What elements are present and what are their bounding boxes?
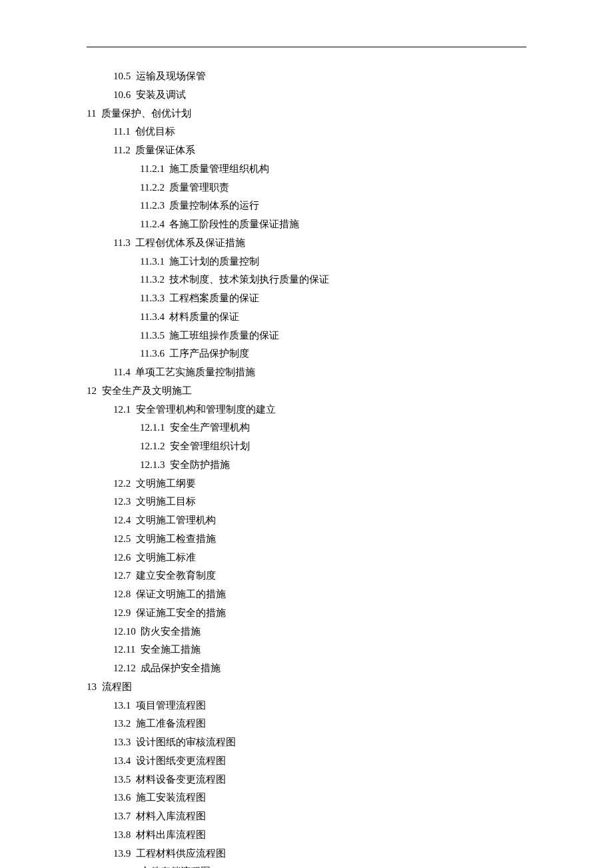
toc-entry-title: 技术制度、技术策划执行质量的保证 <box>169 274 329 285</box>
toc-entry: 13 流程图 <box>87 678 526 697</box>
toc-entry-number: 11.2.1 <box>140 163 165 174</box>
toc-entry-number: 11.2 <box>113 145 131 155</box>
toc-entry: 11.3.4 材料质量的保证 <box>87 308 526 327</box>
toc-entry-title: 安全管理机构和管理制度的建立 <box>136 404 276 415</box>
toc-entry-title: 质量管理职责 <box>169 182 229 193</box>
toc-entry-title: 材料设备变更流程图 <box>136 774 226 785</box>
toc-entry-number: 12.6 <box>113 552 131 563</box>
toc-entry-number: 13.9 <box>113 848 131 859</box>
toc-entry-title: 建立安全教育制度 <box>136 570 216 581</box>
toc-entry: 11.2.4 各施工阶段性的质量保证措施 <box>87 215 526 234</box>
toc-entry: 12 安全生产及文明施工 <box>87 382 526 401</box>
toc-entry-number: 10.5 <box>113 71 131 81</box>
toc-entry-number: 11.3.2 <box>140 274 165 285</box>
toc-entry-title: 文明施工检查措施 <box>136 533 216 544</box>
toc-entry-title: 材料出库流程图 <box>136 829 206 840</box>
toc-entry-title: 保证文明施工的措施 <box>136 589 226 599</box>
toc-entry-number: 12.3 <box>113 496 131 507</box>
toc-entry-title: 单项工艺实施质量控制措施 <box>135 367 255 377</box>
toc-entry-number: 12 <box>87 385 97 396</box>
toc-entry-title: 质量保护、创优计划 <box>101 108 191 119</box>
toc-entry-number: 12.10 <box>113 626 136 637</box>
toc-entry: 12.1 安全管理机构和管理制度的建立 <box>87 401 526 419</box>
toc-entry-number: 12.1.1 <box>140 422 165 433</box>
toc-entry-title: 施工准备流程图 <box>136 718 206 729</box>
toc-entry-title: 文明施工管理机构 <box>136 515 216 525</box>
toc-entry-number: 11.3.5 <box>140 330 165 341</box>
toc-entry-number: 13.8 <box>113 829 131 840</box>
toc-entry: 11.1 创优目标 <box>87 123 526 141</box>
toc-entry-title: 施工计划的质量控制 <box>169 256 259 267</box>
toc-entry: 12.1.1 安全生产管理机构 <box>87 419 526 437</box>
toc-entry: 13.1 项目管理流程图 <box>87 697 526 715</box>
toc-entry: 11.2 质量保证体系 <box>87 141 526 160</box>
toc-entry-number: 11.3 <box>113 237 131 248</box>
toc-entry-number: 13.4 <box>113 755 131 766</box>
toc-entry-title: 保证施工安全的措施 <box>136 607 226 618</box>
toc-entry: 11.2.3 质量控制体系的运行 <box>87 197 526 215</box>
toc-entry-number: 11.2.2 <box>140 182 165 193</box>
toc-entry-title: 项目管理流程图 <box>136 700 206 711</box>
toc-entry: 12.7 建立安全教育制度 <box>87 567 526 585</box>
toc-entry-title: 施工质量管理组织机构 <box>169 163 269 174</box>
toc-entry: 12.11 安全施工措施 <box>87 641 526 659</box>
toc-entry-title: 安全生产管理机构 <box>170 422 250 433</box>
toc-entry: 10.5 运输及现场保管 <box>87 67 526 86</box>
toc-entry: 12.9 保证施工安全的措施 <box>87 604 526 623</box>
toc-entry-number: 11.4 <box>113 367 131 377</box>
toc-entry-number: 13.2 <box>113 718 131 729</box>
toc-entry: 11.3.5 施工班组操作质量的保证 <box>87 327 526 345</box>
toc-entry: 13.3 设计图纸的审核流程图 <box>87 733 526 752</box>
toc-entry-number: 10.6 <box>113 89 131 100</box>
toc-entry: 12.1.3 安全防护措施 <box>87 456 526 475</box>
toc-entry-title: 创优目标 <box>135 126 175 137</box>
toc-entry: 13.2 施工准备流程图 <box>87 715 526 733</box>
toc-entry-number: 13.6 <box>113 792 131 803</box>
toc-entry-title: 安装及调试 <box>136 89 186 100</box>
toc-entry: 12.5 文明施工检查措施 <box>87 530 526 549</box>
toc-entry-title: 质量保证体系 <box>135 145 195 155</box>
toc-entry-number: 12.2 <box>113 478 131 489</box>
toc-entry: 12.12 成品保护安全措施 <box>87 659 526 678</box>
toc-entry: 12.1.2 安全管理组织计划 <box>87 437 526 456</box>
toc-entry-number: 12.1 <box>113 404 131 415</box>
toc-entry: 13.7 材料入库流程图 <box>87 807 526 826</box>
toc-entry: 13.6 施工安装流程图 <box>87 789 526 807</box>
toc-entry: 11.3.6 工序产品保护制度 <box>87 345 526 363</box>
toc-entry-number: 11 <box>87 108 96 119</box>
toc-entry: 11.3.2 技术制度、技术策划执行质量的保证 <box>87 271 526 289</box>
toc-entry-title: 材料质量的保证 <box>169 311 239 322</box>
toc-entry-title: 工序产品保护制度 <box>169 348 249 359</box>
toc-entry: 11 质量保护、创优计划 <box>87 105 526 123</box>
toc-entry: 11.3.1 施工计划的质量控制 <box>87 253 526 271</box>
toc-entry: 11.2.2 质量管理职责 <box>87 179 526 197</box>
toc-entry: 12.6 文明施工标准 <box>87 549 526 567</box>
toc-entry-number: 11.2.3 <box>140 200 165 211</box>
toc-entry-number: 12.4 <box>113 515 131 525</box>
toc-entry: 12.4 文明施工管理机构 <box>87 511 526 530</box>
toc-entry-title: 工程创优体系及保证措施 <box>135 237 245 248</box>
toc-entry-number: 12.1.3 <box>140 459 165 470</box>
toc-entry-number: 13.3 <box>113 737 131 747</box>
toc-entry-number: 11.3.6 <box>140 348 165 359</box>
toc-entry-title: 各施工阶段性的质量保证措施 <box>169 219 299 229</box>
document-page: 10.5 运输及现场保管10.6 安装及调试11 质量保护、创优计划11.1 创… <box>0 0 613 868</box>
toc-entry: 12.2 文明施工纲要 <box>87 475 526 493</box>
toc-entry: 13.4 设计图纸变更流程图 <box>87 752 526 771</box>
toc-entry: 11.3.3 工程档案质量的保证 <box>87 289 526 308</box>
toc-entry-title: 工程档案质量的保证 <box>169 293 259 303</box>
toc-entry: 12.3 文明施工目标 <box>87 493 526 511</box>
toc-entry-number: 12.11 <box>113 644 135 655</box>
toc-entry-number: 12.1.2 <box>140 441 165 451</box>
toc-entry: 11.3 工程创优体系及保证措施 <box>87 234 526 253</box>
toc-entry: 12.10 防火安全措施 <box>87 623 526 641</box>
toc-entry-number: 11.3.1 <box>140 256 165 267</box>
toc-entry: 13.5 材料设备变更流程图 <box>87 771 526 789</box>
toc-entry-title: 流程图 <box>102 681 132 692</box>
toc-entry-title: 施工班组操作质量的保证 <box>169 330 279 341</box>
toc-entry-title: 成品保护安全措施 <box>141 663 221 673</box>
toc-entry-number: 11.3.3 <box>140 293 165 303</box>
toc-entry-title: 防火安全措施 <box>141 626 201 637</box>
toc-entry: 13.10 文件存档流程图 <box>87 863 526 868</box>
toc-entry-title: 质量控制体系的运行 <box>169 200 259 211</box>
